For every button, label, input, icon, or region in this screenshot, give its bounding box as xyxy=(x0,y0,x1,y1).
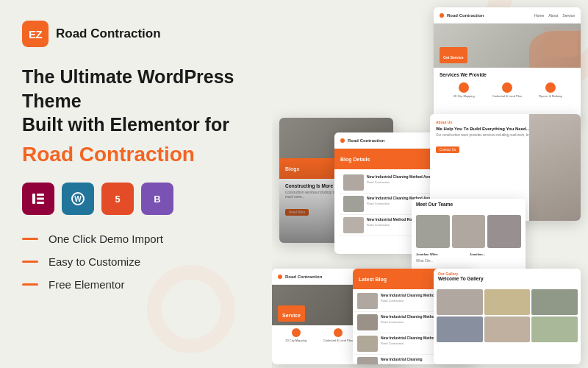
logo-badge: EZ xyxy=(22,21,49,47)
logo-text: Road Contraction xyxy=(56,26,161,41)
mock-team-photos xyxy=(412,212,526,251)
mock-services-title: Services We Provide xyxy=(440,72,575,77)
feature-text-3: Free Elementor xyxy=(49,278,124,291)
mock-blog-detail-brand: Road Contraction xyxy=(348,138,384,143)
feature-text-2: Easy to Customize xyxy=(49,255,140,268)
mock-services-body: Services We Provide 20 City Mapping Cada… xyxy=(434,68,581,105)
svg-rect-3 xyxy=(37,202,44,204)
wordpress-icon: W xyxy=(62,183,94,215)
gallery-cell-4 xyxy=(437,316,483,342)
mock-services-img: Get Service xyxy=(434,24,581,68)
mock-services-header: Road Contraction Home About Service xyxy=(434,7,581,24)
feature-text-1: One Click Demo Import xyxy=(49,233,163,245)
mockup-services: Road Contraction Home About Service Get … xyxy=(434,7,581,121)
feature-dash-2 xyxy=(22,261,38,263)
mock-services-icons: 20 City Mapping Cadastral & Land Plan Fl… xyxy=(440,79,575,101)
svg-text:5: 5 xyxy=(115,194,120,205)
mock-contact-btn[interactable]: Contact Us xyxy=(436,146,459,153)
gallery-cell-5 xyxy=(484,316,531,342)
mock-build-image xyxy=(529,114,581,221)
headline: The Ultimate WordPress Theme Built with … xyxy=(22,65,250,137)
plugin-icons: W 5 B xyxy=(22,183,250,215)
gallery-cell-1 xyxy=(437,289,483,315)
feature-item-2: Easy to Customize xyxy=(22,255,250,268)
mockup-gallery: Our Gallery Welcome To Gallery xyxy=(434,269,581,364)
page-container: EZ Road Contraction The Ultimate WordPre… xyxy=(0,0,588,368)
headline-accent: Road Contraction xyxy=(22,141,250,168)
feature-dash-1 xyxy=(22,238,38,240)
mockup-team: Meet Our Teame Jonathan White Jonathan..… xyxy=(412,199,526,280)
bootstrap-icon: B xyxy=(141,183,173,215)
mock-service-title: Service xyxy=(282,313,301,318)
left-panel: EZ Road Contraction The Ultimate WordPre… xyxy=(0,0,272,368)
mock-team-title: Meet Our Teame xyxy=(416,202,521,207)
gallery-cell-2 xyxy=(484,289,531,315)
svg-rect-0 xyxy=(32,194,35,204)
elementor-icon xyxy=(22,183,54,215)
svg-rect-2 xyxy=(37,197,44,199)
html5-icon: 5 xyxy=(101,183,134,215)
svg-text:W: W xyxy=(74,195,82,203)
feature-item-1: One Click Demo Import xyxy=(22,233,250,245)
mock-services-brand: Road Contraction xyxy=(447,13,484,18)
svg-rect-1 xyxy=(37,194,44,196)
gallery-cell-3 xyxy=(531,289,578,315)
logo-row: EZ Road Contraction xyxy=(22,21,250,47)
right-panel: Road Contraction Home About Service Get … xyxy=(272,0,588,368)
feature-item-3: Free Elementor xyxy=(22,278,250,291)
mock-what-clients: What Clie... xyxy=(416,259,521,263)
mock-gallery-title: Welcome To Gallery xyxy=(438,276,576,281)
gallery-cell-6 xyxy=(531,316,578,342)
feature-dash-3 xyxy=(22,283,38,286)
mock-blog-detail-title: Blog Details xyxy=(340,157,370,162)
gallery-grid xyxy=(434,286,581,345)
features-list: One Click Demo Import Easy to Customize … xyxy=(22,233,250,291)
svg-text:B: B xyxy=(154,194,160,205)
mock-nav: Home About Service xyxy=(534,13,575,18)
